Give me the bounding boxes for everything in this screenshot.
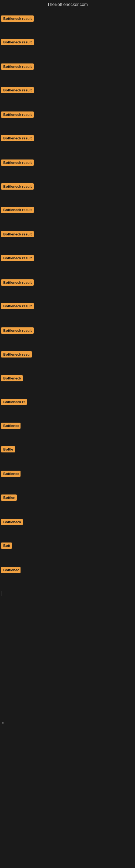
bottleneck-badge[interactable]: Bottlenec bbox=[1, 423, 20, 429]
bottleneck-item-14: Bottleneck result bbox=[1, 328, 34, 335]
site-title: TheBottlenecker.com bbox=[0, 0, 135, 9]
bottleneck-badge[interactable]: Bottleneck result bbox=[1, 87, 34, 93]
bottleneck-badge[interactable]: Bottleneck result bbox=[1, 303, 34, 309]
bottleneck-item-1: Bottleneck result bbox=[1, 16, 34, 23]
bottleneck-badge[interactable]: Bott bbox=[1, 542, 12, 549]
bottleneck-item-19: Bottle bbox=[1, 446, 15, 454]
bottleneck-badge[interactable]: Bottlenec bbox=[1, 471, 20, 477]
bottleneck-item-13: Bottleneck result bbox=[1, 303, 34, 310]
bottleneck-badge[interactable]: Bottleneck result bbox=[1, 328, 34, 334]
bottleneck-item-23: Bott bbox=[1, 542, 12, 550]
bottleneck-item-9: Bottleneck result bbox=[1, 207, 34, 214]
bottleneck-item-18: Bottlenec bbox=[1, 423, 20, 430]
bottleneck-item-7: Bottleneck result bbox=[1, 159, 34, 167]
bottleneck-item-22: Bottleneck bbox=[1, 519, 23, 526]
bottleneck-badge[interactable]: Bottleneck result bbox=[1, 207, 34, 213]
small-label: c bbox=[1, 719, 5, 726]
bottleneck-items-container bbox=[0, 9, 135, 12]
bottleneck-badge[interactable]: Bottleneck result bbox=[1, 16, 34, 22]
text-cursor bbox=[1, 591, 2, 597]
bottleneck-badge[interactable]: Bottleneck result bbox=[1, 255, 34, 261]
bottleneck-item-5: Bottleneck result bbox=[1, 112, 34, 119]
bottleneck-badge[interactable]: Bottleneck result bbox=[1, 112, 34, 118]
bottleneck-badge[interactable]: Bottleneck result bbox=[1, 63, 34, 70]
bottleneck-badge[interactable]: Bottleneck result bbox=[1, 231, 34, 237]
bottleneck-item-11: Bottleneck result bbox=[1, 255, 34, 262]
bottleneck-badge[interactable]: Bottleneck resu bbox=[1, 351, 32, 358]
bottleneck-item-4: Bottleneck result bbox=[1, 87, 34, 94]
bottleneck-item-12: Bottleneck result bbox=[1, 279, 34, 287]
bottleneck-badge[interactable]: Bottleneck re bbox=[1, 399, 27, 405]
bottleneck-item-24: Bottlenec bbox=[1, 567, 20, 574]
bottleneck-badge[interactable]: Bottlenec bbox=[1, 567, 20, 573]
bottleneck-item-17: Bottleneck re bbox=[1, 399, 27, 406]
bottleneck-item-21: Bottlen bbox=[1, 495, 17, 502]
bottleneck-badge[interactable]: Bottleneck result bbox=[1, 279, 34, 286]
bottleneck-item-2: Bottleneck result bbox=[1, 39, 34, 46]
cursor-indicator bbox=[2, 591, 2, 596]
bottleneck-item-20: Bottlenec bbox=[1, 471, 20, 478]
bottleneck-badge[interactable]: Bottleneck result bbox=[1, 183, 34, 190]
bottleneck-item-16: Bottleneck bbox=[1, 375, 23, 382]
bottleneck-badge[interactable]: Bottleneck bbox=[1, 375, 23, 381]
bottleneck-item-10: Bottleneck result bbox=[1, 231, 34, 239]
bottleneck-badge[interactable]: Bottle bbox=[1, 446, 15, 453]
bottleneck-item-15: Bottleneck resu bbox=[1, 351, 32, 359]
bottleneck-badge[interactable]: Bottleneck bbox=[1, 519, 23, 525]
bottleneck-badge[interactable]: Bottlen bbox=[1, 495, 17, 501]
bottleneck-badge[interactable]: Bottleneck result bbox=[1, 39, 34, 45]
site-header: TheBottlenecker.com bbox=[0, 0, 135, 9]
bottleneck-item-8: Bottleneck result bbox=[1, 183, 34, 191]
bottleneck-item-3: Bottleneck result bbox=[1, 63, 34, 71]
bottleneck-badge[interactable]: Bottleneck result bbox=[1, 135, 34, 141]
bottleneck-badge[interactable]: Bottleneck result bbox=[1, 159, 34, 166]
bottleneck-item-6: Bottleneck result bbox=[1, 135, 34, 143]
